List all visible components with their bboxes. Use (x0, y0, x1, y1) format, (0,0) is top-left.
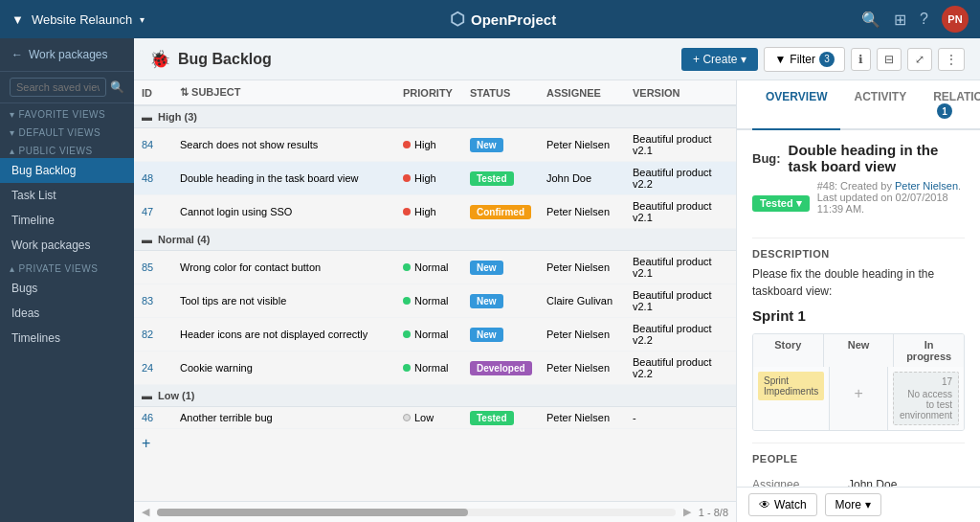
status-badge: Tested (470, 171, 514, 186)
chevron-icon: ▾ (10, 127, 15, 138)
create-button[interactable]: + Create ▾ (681, 48, 758, 71)
group-header-normal[interactable]: ▬ Normal (4) (134, 229, 736, 251)
more-options-button[interactable]: ⋮ (938, 48, 965, 71)
row-version: Beautiful product v2.1 (633, 133, 728, 156)
row-version: Beautiful product v2.1 (633, 200, 728, 223)
people-section-title: PEOPLE (752, 443, 965, 465)
status-badge: Confirmed (470, 205, 531, 219)
table-row[interactable]: 46 Another terrible bug Low Tested Peter… (134, 407, 736, 429)
col-header-priority: PRIORITY (403, 87, 470, 99)
kanban-card-sprint-impediments[interactable]: Sprint Impediments (758, 372, 824, 400)
watch-label: Watch (774, 498, 807, 511)
sidebar-item-task-list[interactable]: Task List (0, 183, 134, 208)
detail-title: Double heading in the task board view (789, 142, 965, 174)
sidebar-section-default[interactable]: ▾ DEFAULT VIEWS (0, 122, 134, 140)
grid-icon[interactable]: ⊞ (894, 11, 906, 29)
row-assignee: Peter Nielsen (546, 329, 633, 340)
sidebar-item-ideas[interactable]: Ideas (0, 301, 134, 326)
row-status: New (470, 295, 546, 306)
sidebar-item-timelines[interactable]: Timelines (0, 326, 134, 351)
status-badge: Developed (470, 361, 532, 375)
group-header-low[interactable]: ▬ Low (1) (134, 385, 736, 407)
assignee-value: John Doe (848, 478, 897, 487)
kanban-body: Sprint Impediments + 17 No access to tes… (753, 367, 964, 430)
chevron-icon: ▾ (10, 109, 15, 120)
group-collapse-icon: ▬ (142, 390, 152, 401)
watch-button[interactable]: 👁 Watch (748, 493, 817, 516)
kanban-col-story: Story (753, 334, 824, 367)
scroll-left-icon[interactable]: ◀ (142, 506, 149, 518)
sidebar-item-work-packages[interactable]: Work packages (0, 233, 134, 258)
row-status: Confirmed (470, 206, 546, 217)
sort-icon: ⇅ (180, 86, 189, 98)
table-row[interactable]: 83 Tool tips are not visible Normal New … (134, 284, 736, 318)
row-version: Beautiful product v2.2 (633, 356, 728, 379)
group-label: Normal (4) (158, 234, 210, 245)
table-row[interactable]: 24 Cookie warning Normal Developed Peter… (134, 352, 736, 385)
scroll-track[interactable] (157, 509, 676, 516)
detail-status-badge[interactable]: Tested ▾ (752, 195, 810, 212)
project-name[interactable]: Website Relaunch (32, 12, 132, 27)
expand-button[interactable]: ⤢ (907, 48, 932, 71)
priority-dot (403, 263, 411, 271)
search-icon[interactable]: 🔍 (861, 11, 880, 29)
status-badge: Tested (470, 411, 514, 425)
topbar-left: ▼ Website Relaunch ▾ (11, 12, 145, 27)
tab-activity[interactable]: ACTIVITY (840, 80, 920, 130)
more-label: More (835, 498, 861, 511)
scroll-right-icon[interactable]: ▶ (683, 506, 691, 518)
description-text: Please fix the double heading in the tas… (752, 265, 965, 300)
more-button[interactable]: More ▾ (825, 493, 881, 516)
sidebar-back-btn[interactable]: ← Work packages (0, 38, 134, 72)
info-button[interactable]: ℹ (851, 48, 871, 71)
create-dropdown-icon: ▾ (741, 53, 746, 66)
sidebar-section-favorite[interactable]: ▾ FAVORITE VIEWS (0, 103, 134, 122)
status-badge: New (470, 261, 503, 275)
filter-count: 3 (819, 52, 835, 67)
table-row[interactable]: 84 Search does not show results High New… (134, 128, 736, 162)
detail-bug-label: Bug: (752, 151, 781, 166)
priority-dot (403, 364, 411, 372)
help-icon[interactable]: ? (920, 11, 928, 28)
table-row[interactable]: 48 Double heading in the task board view… (134, 162, 736, 195)
row-id: 46 (142, 412, 180, 423)
sidebar-section-public[interactable]: ▴ PUBLIC VIEWS (0, 140, 134, 158)
add-row-button[interactable]: + (134, 429, 736, 458)
tab-relations[interactable]: RELATIONS 1 (920, 80, 980, 130)
topbar-center: ⬡ OpenProject (450, 9, 556, 30)
row-version: Beautiful product v2.1 (633, 289, 728, 312)
avatar[interactable]: PN (942, 6, 969, 33)
table-row[interactable]: 82 Header icons are not displayed correc… (134, 318, 736, 352)
filter-button[interactable]: ▼ Filter 3 (764, 47, 845, 72)
row-version: Beautiful product v2.2 (633, 323, 728, 346)
row-priority: Normal (403, 261, 470, 273)
project-dropdown-icon[interactable]: ▾ (140, 14, 145, 25)
row-assignee: Peter Nielsen (546, 362, 633, 374)
sidebar-item-label: Timeline (11, 214, 55, 227)
section-label: PUBLIC VIEWS (19, 146, 93, 156)
people-section: Assignee John Doe Accountable - (752, 474, 965, 487)
row-priority: High (403, 172, 470, 184)
group-header-high[interactable]: ▬ High (3) (134, 106, 736, 128)
tab-relations-label: RELATIONS (933, 90, 980, 103)
row-subject: Tool tips are not visible (180, 295, 403, 306)
sidebar-item-bug-backlog[interactable]: Bug Backlog (0, 158, 134, 183)
page-title-area: 🐞 Bug Backlog (149, 49, 272, 70)
sidebar-item-bugs[interactable]: Bugs (0, 276, 134, 301)
sidebar-item-timeline[interactable]: Timeline (0, 208, 134, 233)
meta-author-link[interactable]: Peter Nielsen (895, 180, 958, 192)
priority-dot (403, 330, 411, 338)
tab-overview[interactable]: OVERVIEW (752, 80, 840, 130)
row-version: - (633, 412, 728, 423)
table-row[interactable]: 85 Wrong color for contact button Normal… (134, 251, 736, 284)
sidebar: ← Work packages 🔍 ▾ FAVORITE VIEWS ▾ DEF… (0, 38, 134, 522)
kanban-add-button[interactable]: + (835, 372, 882, 416)
sidebar-section-private[interactable]: ▴ PRIVATE VIEWS (0, 258, 134, 276)
app-name: OpenProject (471, 11, 556, 28)
row-status: New (470, 261, 546, 273)
sidebar-search-input[interactable] (10, 78, 106, 97)
row-status: New (470, 139, 546, 150)
table-row[interactable]: 47 Cannot login using SSO High Confirmed… (134, 195, 736, 229)
status-dropdown-icon: ▾ (796, 197, 802, 210)
share-button[interactable]: ⊟ (877, 48, 902, 71)
